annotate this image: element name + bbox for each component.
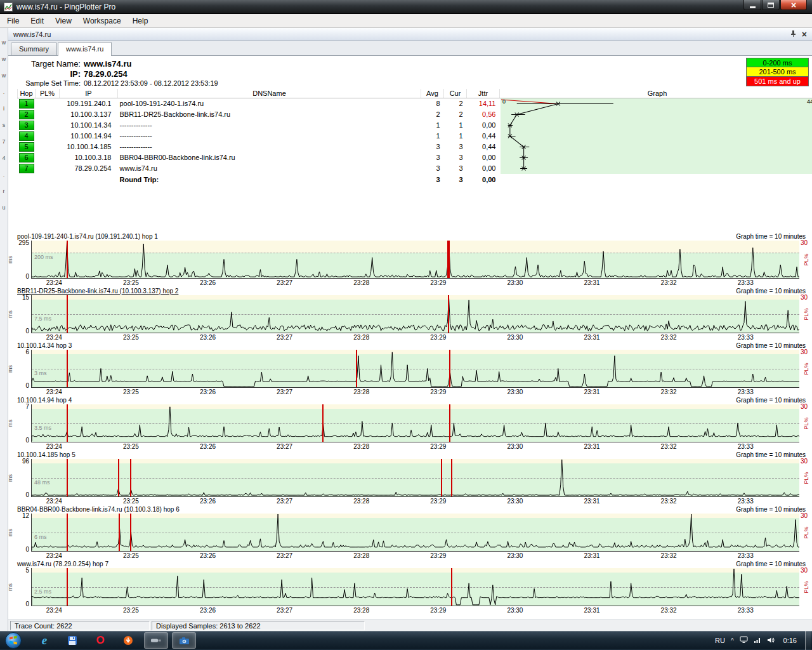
round-trip-row: Round Trip: 3 3 0,00 — [18, 174, 812, 185]
language-indicator[interactable]: RU — [715, 637, 725, 644]
header-cur[interactable]: Cur — [444, 89, 467, 98]
round-trip-cur: 3 — [444, 174, 467, 185]
ip-value: 78.29.0.254 — [84, 69, 128, 79]
sample-set-value: 08.12.2012 23:53:09 - 08.12.2012 23:53:1… — [84, 79, 218, 87]
graph-time-axis: 23:2423:2523:2623:2723:2823:2923:3023:31… — [31, 607, 799, 614]
pl-max-label: 30 — [801, 567, 808, 574]
header-dns[interactable]: DNSName — [118, 89, 421, 98]
pl-max-label: 30 — [801, 458, 808, 465]
sample-marker — [130, 459, 131, 496]
time-tick-label: 23:25 — [123, 498, 139, 505]
maximize-button[interactable] — [762, 0, 780, 10]
jitter-cell: 0,56 — [467, 109, 500, 120]
time-tick-label: 23:24 — [46, 552, 62, 559]
header-ip[interactable]: IP — [60, 89, 118, 98]
header-avg[interactable]: Avg — [421, 89, 444, 98]
graph-title[interactable]: BBR11-DR25-Backbone-link.is74.ru (10.100… — [17, 288, 178, 295]
side-tab-char: w — [2, 34, 6, 51]
pl-max-label: 30 — [801, 239, 808, 246]
pl-max-label: 30 — [801, 512, 808, 519]
menu-item-workspace[interactable]: Workspace — [77, 15, 127, 27]
time-tick-label: 23:26 — [200, 279, 216, 286]
legend-item-3: 501 ms and up — [746, 77, 809, 86]
close-button[interactable]: × — [780, 0, 807, 10]
show-desktop-button[interactable] — [805, 631, 811, 650]
side-vertical-tab[interactable]: www.is74.ru — [0, 28, 8, 631]
graph-right-axis: 30PL% — [799, 514, 812, 552]
tab-target[interactable]: www.is74.ru — [58, 42, 112, 56]
cur-cell: 2 — [444, 109, 467, 120]
y-min-label: 0 — [25, 491, 29, 498]
time-tick-label: 23:31 — [584, 279, 600, 286]
time-tick-label: 23:25 — [123, 443, 139, 450]
graph-time-note: Graph time = 10 minutes — [736, 451, 806, 458]
side-tab-char: . — [3, 166, 5, 183]
graph-plot[interactable]: 2.5 ms — [31, 568, 799, 606]
tray-volume-icon[interactable] — [767, 637, 775, 645]
header-graph[interactable]: Graph — [500, 89, 812, 98]
ip-cell: 10.100.3.18 — [60, 152, 118, 163]
header-pl[interactable]: PL% — [36, 89, 60, 98]
graph-plot[interactable]: 6 ms — [31, 514, 799, 552]
time-tick-label: 23:30 — [507, 607, 523, 614]
menu-item-file[interactable]: File — [1, 15, 25, 27]
pl-axis-label: PL% — [803, 581, 809, 593]
tray-network-icon[interactable] — [754, 637, 761, 645]
graph-time-note: Graph time = 10 minutes — [736, 560, 806, 567]
hop-latency-minigraph[interactable]: 0 44 — [501, 98, 812, 174]
latency-series — [32, 241, 799, 278]
taskbar-clock[interactable]: 0:16 — [783, 637, 797, 644]
time-tick-label: 23:33 — [738, 552, 754, 559]
header-hop[interactable]: Hop — [18, 89, 36, 98]
menu-item-view[interactable]: View — [49, 15, 77, 27]
ms-axis-label: ms — [8, 529, 13, 536]
time-tick-label: 23:27 — [277, 334, 292, 341]
maximize-icon — [768, 3, 774, 8]
time-tick-label: 23:27 — [277, 388, 292, 395]
header-jttr[interactable]: Jttr — [467, 89, 500, 98]
graph-plot[interactable]: 3.5 ms — [31, 404, 799, 442]
sample-marker — [447, 241, 450, 278]
graph-plot[interactable]: 48 ms — [31, 459, 799, 497]
cur-cell: 3 — [444, 152, 467, 163]
tab-summary[interactable]: Summary — [11, 43, 57, 55]
dock-header[interactable]: www.is74.ru × — [8, 28, 812, 41]
pin-icon[interactable] — [790, 30, 796, 39]
side-tab-char: 7 — [2, 133, 5, 150]
tray-expand-icon[interactable]: ^ — [731, 637, 734, 644]
taskbar-camera-icon[interactable] — [172, 632, 196, 649]
sample-marker — [67, 514, 68, 551]
graph-left-axis: ms60 — [8, 350, 31, 388]
side-tab-char: u — [2, 199, 5, 216]
taskbar-usb-icon[interactable] — [144, 632, 168, 649]
taskbar-opera-icon[interactable]: O — [88, 632, 112, 649]
menu-item-help[interactable]: Help — [127, 15, 154, 27]
sample-marker — [449, 350, 450, 387]
taskbar-ie-icon[interactable]: e — [32, 632, 56, 649]
graph-title[interactable]: pool-109-191-240-1.is74.ru (109.191.240.… — [17, 233, 158, 240]
sample-marker — [67, 404, 68, 442]
pl-cell — [36, 142, 60, 152]
y-max-label: 295 — [18, 239, 29, 246]
taskbar-save-icon[interactable] — [60, 632, 84, 649]
hop-number-badge: 2 — [19, 110, 34, 119]
start-button[interactable] — [4, 631, 23, 650]
time-tick-label: 23:25 — [123, 334, 139, 341]
graph-plot[interactable]: 7.5 ms — [31, 295, 799, 333]
dock-close-icon[interactable]: × — [802, 31, 807, 37]
minimize-button[interactable] — [743, 0, 761, 10]
target-name-value: www.is74.ru — [84, 59, 131, 69]
title-bar[interactable]: www.is74.ru - PingPlotter Pro × — [0, 0, 812, 14]
tray-display-icon[interactable] — [740, 636, 748, 645]
time-tick-label: 23:28 — [353, 443, 369, 450]
graph-title[interactable]: BBR04-BBR00-Backbone-link.is74.ru (10.10… — [17, 506, 180, 513]
graph-plot[interactable]: 3 ms — [31, 350, 799, 388]
graph-plot[interactable]: 200 ms — [31, 241, 799, 279]
graph-title[interactable]: www.is74.ru (78.29.0.254) hop 7 — [17, 560, 108, 567]
minigraph-min-label: 0 — [502, 98, 506, 105]
time-tick-label: 23:29 — [430, 388, 446, 395]
time-tick-label: 23:29 — [430, 443, 446, 450]
sample-marker — [356, 350, 357, 387]
taskbar-download-icon[interactable] — [116, 632, 140, 649]
menu-item-edit[interactable]: Edit — [25, 15, 49, 27]
